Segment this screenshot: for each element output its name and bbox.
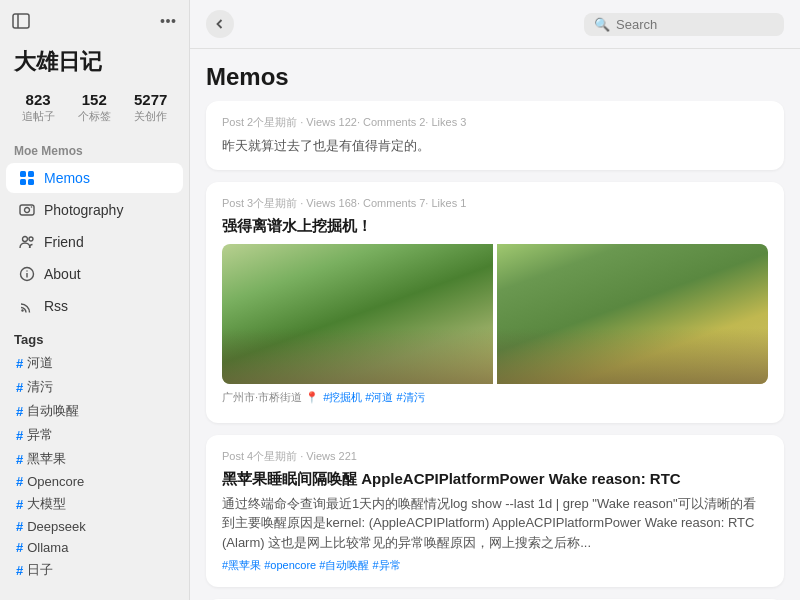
svg-rect-6	[28, 171, 34, 177]
svg-rect-0	[13, 14, 29, 28]
post-tags-3: #黑苹果 #opencore #自动唤醒 #异常	[222, 558, 768, 573]
page-title: Memos	[190, 49, 800, 101]
post-excerpt-1: 昨天就算过去了也是有值得肯定的。	[222, 136, 768, 156]
tags-title: Tags	[14, 332, 175, 347]
post-card-2[interactable]: Post 3个星期前 · Views 168· Comments 7· Like…	[206, 182, 784, 423]
posts-list: Post 2个星期前 · Views 122· Comments 2· Like…	[190, 101, 800, 600]
stat-creations-label: 关创作	[134, 109, 167, 124]
svg-point-4	[172, 20, 174, 22]
post-meta-1: Post 2个星期前 · Views 122· Comments 2· Like…	[222, 115, 768, 130]
svg-rect-7	[20, 179, 26, 185]
post-title-3: 黑苹果睡眠间隔唤醒 AppleACPIPlatformPower Wake re…	[222, 470, 768, 489]
tag-item-opencore[interactable]: # Opencore	[14, 471, 175, 492]
post-excerpt-3: 通过终端命令查询最近1天内的唤醒情况log show --last 1d | g…	[222, 494, 768, 553]
main-content: 🔍 Memos Post 2个星期前 · Views 122· Comments…	[190, 0, 800, 600]
memos-nav-label: Memos	[44, 170, 90, 186]
stat-posts-number: 823	[26, 91, 51, 108]
sidebar-toggle-icon[interactable]	[12, 12, 30, 33]
rss-nav-label: Rss	[44, 298, 68, 314]
svg-point-17	[21, 309, 23, 311]
svg-rect-8	[28, 179, 34, 185]
tag-item-deepseek[interactable]: # Deepseek	[14, 516, 175, 537]
grid-icon	[18, 169, 36, 187]
sidebar-item-memos[interactable]: Memos	[6, 163, 183, 193]
tag-item-zidonghuanjue[interactable]: # 自动唤醒	[14, 399, 175, 423]
photo-icon	[18, 201, 36, 219]
svg-rect-5	[20, 171, 26, 177]
back-button[interactable]	[206, 10, 234, 38]
photography-nav-label: Photography	[44, 202, 123, 218]
stats-row: 823 追帖子 152 个标签 5277 关创作	[0, 87, 189, 138]
svg-point-13	[29, 237, 33, 241]
search-input[interactable]	[616, 17, 776, 32]
post-card-1[interactable]: Post 2个星期前 · Views 122· Comments 2· Like…	[206, 101, 784, 170]
friend-icon	[18, 233, 36, 251]
section-label: Moe Memos	[0, 138, 189, 162]
stat-tags: 152 个标签	[78, 91, 111, 124]
sidebar-item-about[interactable]: About	[6, 259, 183, 289]
post-card-3[interactable]: Post 4个星期前 · Views 221 黑苹果睡眠间隔唤醒 AppleAC…	[206, 435, 784, 588]
sidebar-item-friend[interactable]: Friend	[6, 227, 183, 257]
tag-item-ollama[interactable]: # Ollama	[14, 537, 175, 558]
stat-posts-label: 追帖子	[22, 109, 55, 124]
tag-item-damoxing[interactable]: # 大模型	[14, 492, 175, 516]
post-image-left	[222, 244, 493, 384]
sidebar-item-photography[interactable]: Photography	[6, 195, 183, 225]
svg-point-12	[23, 237, 28, 242]
svg-point-11	[31, 206, 33, 208]
blog-title: 大雄日记	[0, 43, 189, 87]
svg-point-16	[26, 270, 27, 271]
sidebar-item-rss[interactable]: Rss	[6, 291, 183, 321]
tag-item-hedao[interactable]: # 河道	[14, 351, 175, 375]
about-icon	[18, 265, 36, 283]
tag-item-rizi[interactable]: # 日子	[14, 558, 175, 582]
post-title-2: 强得离谱水上挖掘机！	[222, 217, 768, 236]
sidebar: 大雄日记 823 追帖子 152 个标签 5277 关创作 Moe Memos …	[0, 0, 190, 600]
post-image-right	[497, 244, 768, 384]
tag-item-heipingguo[interactable]: # 黑苹果	[14, 447, 175, 471]
rss-icon	[18, 297, 36, 315]
stat-creations-number: 5277	[134, 91, 167, 108]
post-meta-3: Post 4个星期前 · Views 221	[222, 449, 768, 464]
svg-point-2	[161, 20, 163, 22]
tag-item-yichang[interactable]: # 异常	[14, 423, 175, 447]
sidebar-more-icon[interactable]	[159, 12, 177, 33]
friend-nav-label: Friend	[44, 234, 84, 250]
stat-posts: 823 追帖子	[22, 91, 55, 124]
stat-tags-label: 个标签	[78, 109, 111, 124]
post-location-2: 广州市·市桥街道 📍 #挖掘机 #河道 #清污	[222, 390, 768, 405]
svg-point-10	[25, 208, 30, 213]
stat-tags-number: 152	[82, 91, 107, 108]
search-box: 🔍	[584, 13, 784, 36]
search-icon: 🔍	[594, 17, 610, 32]
post-images-2	[222, 244, 768, 384]
tag-item-qingwu[interactable]: # 清污	[14, 375, 175, 399]
about-nav-label: About	[44, 266, 81, 282]
tags-section: Tags # 河道 # 清污 # 自动唤醒 # 异常 # 黑苹果 # Openc…	[0, 322, 189, 586]
sidebar-top-bar	[0, 12, 189, 43]
svg-point-3	[167, 20, 169, 22]
top-bar: 🔍	[190, 0, 800, 49]
stat-creations: 5277 关创作	[134, 91, 167, 124]
post-meta-2: Post 3个星期前 · Views 168· Comments 7· Like…	[222, 196, 768, 211]
